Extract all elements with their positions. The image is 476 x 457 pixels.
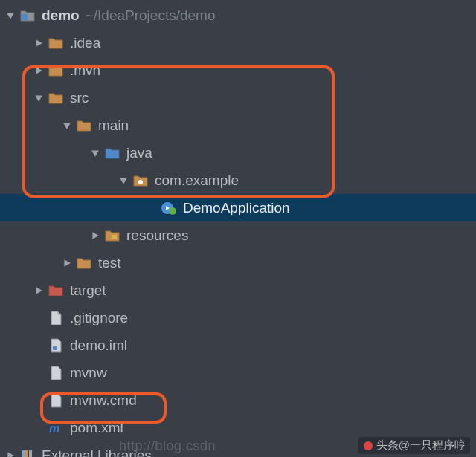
tree-row-package[interactable]: com.example <box>0 166 476 194</box>
tree-label: src <box>70 91 89 105</box>
svg-text:m: m <box>49 422 60 435</box>
package-icon <box>132 172 149 189</box>
collapse-arrow-icon[interactable] <box>33 65 45 77</box>
svg-point-1 <box>138 180 143 184</box>
svg-point-10 <box>364 441 373 450</box>
collapse-arrow-icon[interactable] <box>4 450 16 458</box>
tree-label: test <box>98 256 121 270</box>
svg-rect-8 <box>25 450 28 458</box>
module-folder-icon <box>19 7 36 24</box>
credit-badge: 头条@一只程序哼 <box>358 437 470 454</box>
collapse-arrow-icon[interactable] <box>89 230 101 242</box>
tree-label: demo.iml <box>70 338 127 352</box>
svg-rect-4 <box>112 235 117 239</box>
folder-icon <box>48 90 64 106</box>
svg-rect-9 <box>29 450 32 458</box>
library-icon <box>19 447 36 458</box>
expand-arrow-icon[interactable] <box>89 147 101 159</box>
folder-icon <box>48 35 64 51</box>
watermark-text: http://blog.csdn <box>119 438 216 454</box>
tree-row-java[interactable]: java <box>0 139 476 166</box>
folder-icon <box>48 62 64 79</box>
svg-rect-0 <box>22 14 28 20</box>
expand-arrow-icon[interactable] <box>118 175 129 187</box>
tree-row-mvnwcmd[interactable]: mvnw.cmd <box>0 386 476 414</box>
tree-label: main <box>98 118 129 132</box>
iml-file-icon <box>48 337 64 354</box>
tree-label: .idea <box>70 36 100 50</box>
tree-row-src[interactable]: src <box>0 84 476 111</box>
tree-label: pom.xml <box>70 421 123 435</box>
tree-row-main[interactable]: main <box>0 111 476 139</box>
project-tree[interactable]: demo ~/IdeaProjects/demo .idea .mvn s <box>0 0 476 457</box>
svg-rect-5 <box>53 346 57 350</box>
credit-icon <box>363 441 373 451</box>
tree-label: java <box>126 146 152 160</box>
collapse-arrow-icon[interactable] <box>33 285 45 296</box>
tree-row-target[interactable]: target <box>0 276 476 304</box>
source-folder-icon <box>104 145 120 161</box>
file-icon <box>48 392 64 409</box>
tree-row-root[interactable]: demo ~/IdeaProjects/demo <box>0 1 476 29</box>
svg-rect-7 <box>22 450 25 458</box>
tree-label: demo <box>42 8 80 22</box>
tree-row-demoapplication[interactable]: DemoApplication <box>0 194 476 221</box>
tree-row-idea[interactable]: .idea <box>0 29 476 56</box>
tree-row-test[interactable]: test <box>0 249 476 276</box>
tree-label: DemoApplication <box>183 201 290 215</box>
tree-label: com.example <box>155 173 239 187</box>
svg-point-3 <box>169 207 176 215</box>
tree-label: .mvn <box>70 63 100 77</box>
file-icon <box>48 365 64 381</box>
collapse-arrow-icon[interactable] <box>33 37 45 49</box>
expand-arrow-icon[interactable] <box>33 92 45 104</box>
tree-row-gitignore[interactable]: .gitignore <box>0 304 476 331</box>
maven-file-icon: m <box>48 420 64 436</box>
tree-path-suffix: ~/IdeaProjects/demo <box>86 7 216 24</box>
tree-label: mvnw <box>70 366 107 380</box>
tree-label: mvnw.cmd <box>70 393 137 407</box>
tree-label: resources <box>126 228 188 242</box>
tree-row-mvn[interactable]: .mvn <box>0 56 476 84</box>
folder-icon <box>76 255 92 271</box>
tree-label: .gitignore <box>70 311 128 325</box>
resources-folder-icon <box>104 227 120 244</box>
folder-icon <box>76 117 92 134</box>
expand-arrow-icon[interactable] <box>4 10 16 22</box>
collapse-arrow-icon[interactable] <box>61 257 73 269</box>
expand-arrow-icon[interactable] <box>61 120 73 132</box>
tree-row-mvnw[interactable]: mvnw <box>0 359 476 386</box>
tree-row-resources[interactable]: resources <box>0 221 476 249</box>
tree-label: target <box>70 283 106 297</box>
spring-run-class-icon <box>161 200 177 216</box>
tree-row-iml[interactable]: demo.iml <box>0 331 476 359</box>
excluded-folder-icon <box>48 282 64 299</box>
file-icon <box>48 310 64 326</box>
credit-text: 头条@一只程序哼 <box>376 438 466 453</box>
